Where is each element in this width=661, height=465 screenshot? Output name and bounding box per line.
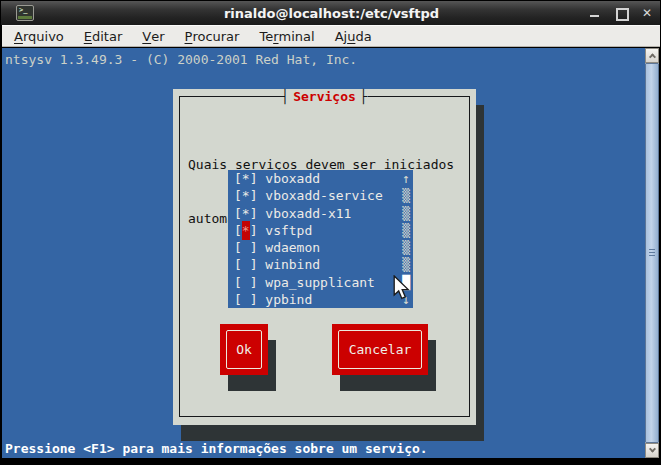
title-tick-left: ┤ <box>281 89 289 104</box>
checkbox-mark <box>242 257 250 272</box>
checkbox-mark: * <box>242 171 250 186</box>
checkbox-mark <box>242 240 250 255</box>
maximize-icon[interactable] <box>614 6 628 20</box>
scrollbar-up-button[interactable] <box>645 48 659 63</box>
list-scroll-track: ▒ <box>402 256 410 273</box>
list-scroll-track: ▒ <box>402 187 410 204</box>
ntsysv-header: ntsysv 1.3.49.3 - (C) 2000-2001 Red Hat,… <box>5 51 357 68</box>
menu-procurar[interactable]: Procurar <box>175 26 250 46</box>
services-listbox: [*] vboxadd↑ [*] vboxadd-service▒ [*] vb… <box>228 170 413 308</box>
service-name: vboxadd-x11 <box>257 206 351 221</box>
list-scroll-up-icon: ↑ <box>402 170 410 187</box>
service-name: winbind <box>257 257 320 272</box>
status-help-line: Pressione <F1> para mais informações sob… <box>5 440 428 457</box>
window-controls: ✕ <box>588 1 654 25</box>
window-titlebar[interactable]: >_ rinaldo@localhost:/etc/vsftpd ✕ <box>1 1 661 25</box>
dialog-title: ┤Serviços├ <box>281 89 367 105</box>
scrollbar-down-button[interactable] <box>645 443 659 458</box>
menu-arquivo[interactable]: Arquivo <box>4 26 74 46</box>
title-tick-right: ├ <box>360 89 368 104</box>
checkbox-cursor: * <box>242 223 250 238</box>
ok-button[interactable]: Ok <box>220 324 268 375</box>
service-name: vboxadd <box>257 171 320 186</box>
menu-bar: Arquivo Editar Ver Procurar Terminal Aju… <box>2 25 661 47</box>
scrollbar-grip-icon <box>649 249 655 258</box>
service-row-vboxadd[interactable]: [*] vboxadd↑ <box>228 170 413 187</box>
terminal-window: >_ rinaldo@localhost:/etc/vsftpd ✕ Arqui… <box>0 0 661 465</box>
list-scroll-thumb: █ <box>402 274 410 291</box>
dialog-title-text: Serviços <box>289 89 360 104</box>
menu-ver[interactable]: Ver <box>132 26 174 46</box>
close-icon[interactable]: ✕ <box>640 6 654 20</box>
terminal-scrollbar[interactable] <box>645 48 659 458</box>
list-scroll-down-icon: ↓ <box>402 291 410 308</box>
service-row-ypbind[interactable]: [ ] ypbind↓ <box>228 291 413 308</box>
service-name: wdaemon <box>257 240 320 255</box>
cancel-button[interactable]: Cancelar <box>332 324 428 375</box>
menu-terminal[interactable]: Terminal <box>249 26 324 46</box>
service-row-vsftpd[interactable]: [*] vsftpd▒ <box>228 222 413 239</box>
list-scroll-track: ▒ <box>402 205 410 222</box>
service-name: ypbind <box>257 292 312 307</box>
terminal-screen[interactable]: ntsysv 1.3.49.3 - (C) 2000-2001 Red Hat,… <box>2 48 647 458</box>
service-row-wpa-supplicant[interactable]: [ ] wpa_supplicant█ <box>228 274 413 291</box>
service-name: wpa_supplicant <box>257 275 374 290</box>
checkbox-mark: * <box>242 188 250 203</box>
menu-ajuda[interactable]: Ajuda <box>325 26 382 46</box>
checkbox-mark: * <box>242 206 250 221</box>
services-dialog: ┤Serviços├ Quais serviços devem ser inic… <box>173 89 476 425</box>
list-scroll-track: ▒ <box>402 222 410 239</box>
service-row-wdaemon[interactable]: [ ] wdaemon▒ <box>228 239 413 256</box>
service-name: vsftpd <box>257 223 312 238</box>
service-row-winbind[interactable]: [ ] winbind▒ <box>228 256 413 273</box>
chevron-down-icon <box>648 446 655 453</box>
service-row-vboxadd-x11[interactable]: [*] vboxadd-x11▒ <box>228 205 413 222</box>
list-scroll-track: ▒ <box>402 239 410 256</box>
service-name: vboxadd-service <box>257 188 382 203</box>
service-row-vboxadd-service[interactable]: [*] vboxadd-service▒ <box>228 187 413 204</box>
chevron-up-icon <box>648 53 655 60</box>
minimize-icon[interactable] <box>588 6 602 20</box>
checkbox-mark <box>242 275 250 290</box>
window-title: rinaldo@localhost:/etc/vsftpd <box>1 6 661 21</box>
menu-editar[interactable]: Editar <box>74 26 133 46</box>
scrollbar-thumb[interactable] <box>645 63 659 443</box>
checkbox-mark <box>242 292 250 307</box>
